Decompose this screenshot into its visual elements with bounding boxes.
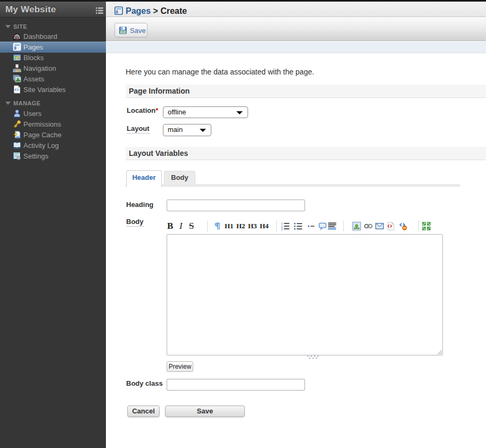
svg-text:3: 3 bbox=[281, 228, 283, 230]
